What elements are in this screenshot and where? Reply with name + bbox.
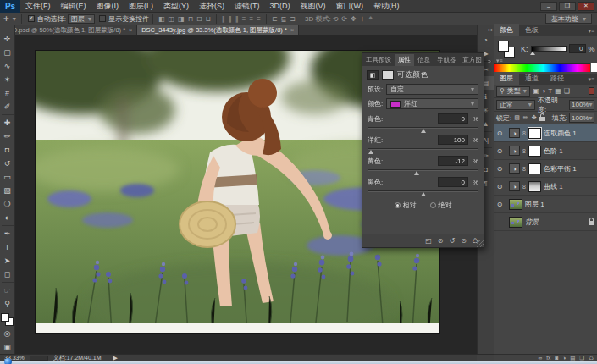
black-slider[interactable] [368,188,478,196]
black-value-field[interactable]: 0 [438,177,468,187]
distribute-bottom-icon[interactable]: ∥ [234,15,240,23]
distribute-right-icon[interactable]: ≡ [255,15,263,23]
visibility-eye-icon[interactable]: ⊙ [494,142,506,160]
align-vcenter-icon[interactable]: ⊟ [195,15,204,23]
panel-menu-icon[interactable]: ▾≡ [585,26,597,36]
adjustment-layer-icon[interactable]: ◑ [509,128,520,138]
layer-mask-thumbnail[interactable] [528,146,541,157]
reset-icon[interactable]: ↺ [449,237,455,245]
workspace-switcher-button[interactable]: 基本功能 ▾ [545,14,592,24]
layer-name[interactable]: 图层 1 [525,200,544,209]
healing-brush-tool[interactable]: ✚ [0,116,15,130]
filter-smart-object-icon[interactable]: ❏ [564,87,570,95]
layer-mask-thumbnail[interactable] [528,163,541,174]
visibility-eye-icon[interactable]: ⊙ [494,124,506,142]
tab-channels[interactable]: 通道 [519,72,544,85]
tab-histogram[interactable]: 直方图 [460,54,486,66]
align-top-icon[interactable]: ⊓ [186,15,195,23]
3d-scale-icon[interactable]: ⌖ [367,14,374,23]
document-tab-psd[interactable]: PSD.psd @ 50%(选取颜色 1, 图层蒙版/8) * × [0,25,137,35]
magenta-slider-thumb[interactable] [368,150,373,154]
visibility-eye-empty[interactable] [494,213,506,231]
layer-row-levels[interactable]: ⊙ ◑ 8 色阶 1 [494,142,597,160]
yellow-slider-thumb[interactable] [414,171,419,175]
collapse-panel-icon[interactable]: » [485,57,494,66]
arrange-icon-2[interactable]: ⊑ [279,15,289,23]
filter-type-layers-icon[interactable]: T [548,87,552,95]
tab-color[interactable]: 颜色 [494,24,519,36]
panel-menu-icon[interactable]: ▾≡ [585,74,597,85]
layer-thumbnail[interactable] [509,199,522,210]
shape-tool[interactable]: ◻ [0,267,15,281]
history-panel-icon[interactable]: ◔ [478,33,495,47]
cyan-slider-thumb[interactable] [421,129,426,133]
layer-mask-thumbnail[interactable] [528,128,541,139]
foreground-color-swatch[interactable] [498,41,509,52]
cyan-slider[interactable] [368,124,478,132]
clone-stamp-tool[interactable]: ◘ [0,143,15,157]
lasso-tool[interactable]: ∿ [0,59,15,73]
adjustment-layer-icon[interactable]: ◑ [509,163,520,174]
filter-pixel-layers-icon[interactable]: ▣ [533,87,539,95]
tool-preset-caret-icon[interactable]: ▾ [11,15,18,23]
3d-drag-icon[interactable]: ✥ [349,15,358,23]
layer-name[interactable]: 选取颜色 1 [544,129,577,138]
lock-position-icon[interactable]: ✥ [531,114,538,121]
layer-thumbnail[interactable] [509,217,522,228]
screen-mode-button[interactable]: ▣ [0,340,15,354]
quick-select-tool[interactable]: ✶ [0,73,15,86]
add-mask-icon[interactable]: ◙ [555,355,558,361]
relative-radio[interactable]: 相对 [395,201,417,210]
show-transform-checkbox[interactable] [99,15,106,22]
layer-name[interactable]: 背景 [525,218,539,227]
visibility-eye-icon[interactable]: ⊙ [494,178,506,196]
panel-menu-icon[interactable]: ▾≡ [494,56,506,66]
hand-tool[interactable]: ☞ [0,284,15,297]
magenta-slider[interactable] [368,146,478,153]
k-value-field[interactable]: 0 [569,44,586,53]
menu-type[interactable]: 类型(Y) [158,0,194,13]
history-brush-tool[interactable]: ↺ [0,157,15,170]
minimize-button[interactable]: – [540,2,557,11]
link-layers-icon[interactable]: ∞ [539,355,543,361]
close-button[interactable]: ✕ [578,2,594,11]
tab-info[interactable]: 信息 [414,54,434,66]
auto-select-dropdown[interactable]: 图层 ▾ [68,14,95,24]
arrange-icon-1[interactable]: ⊏ [270,15,279,23]
visibility-eye-icon[interactable]: ⊙ [494,160,506,178]
restore-button[interactable]: ❐ [559,2,576,11]
adjustment-layer-icon[interactable]: ◑ [509,146,520,156]
eraser-tool[interactable]: ▭ [0,170,15,184]
pen-tool[interactable]: ✒ [0,227,15,240]
yellow-slider[interactable] [368,167,478,174]
distribute-top-icon[interactable]: ∥ [220,15,227,23]
menu-help[interactable]: 帮助(H) [368,0,405,13]
distribute-left-icon[interactable]: ≡ [240,15,248,23]
menu-filter[interactable]: 滤镜(T) [229,0,265,13]
filter-type-dropdown[interactable]: ⚲ 类型 ▾ [496,86,530,97]
arrange-icon-3[interactable]: ⊐ [288,15,297,23]
distribute-hcenter-icon[interactable]: ≡ [248,15,256,23]
gradient-tool[interactable]: ▧ [0,184,15,197]
layer-row-layer1[interactable]: ⊙ 图层 1 [494,196,597,213]
layer-row-selective-color[interactable]: ⊙ ◑ 8 选取颜色 1 [494,124,597,142]
blur-tool[interactable]: ❍ [0,197,15,211]
k-slider[interactable] [531,46,567,52]
brush-tool[interactable]: ✏ [0,130,15,143]
layer-name[interactable]: 曲线 1 [544,182,563,191]
lock-pixels-icon[interactable]: ✏ [522,114,529,121]
menu-file[interactable]: 文件(F) [20,0,56,13]
white-swatch[interactable] [590,63,597,72]
lock-all-icon[interactable] [539,117,545,121]
tab-layers[interactable]: 图层 [494,72,519,85]
document-tab-dsc3443y[interactable]: DSC_3443y.jpg @ 33.3%(选取颜色 1, 图层蒙版/8) * … [137,25,299,35]
menu-3d[interactable]: 3D(D) [265,0,296,13]
new-adjustment-layer-icon[interactable]: ◑ [562,355,566,361]
close-icon[interactable]: × [129,27,132,33]
layer-row-curves[interactable]: ⊙ ◑ 8 曲线 1 [494,178,597,196]
mask-badge-icon[interactable] [382,70,394,80]
align-right-icon[interactable]: ◨ [176,15,186,23]
adjustment-layer-icon[interactable]: ◑ [509,181,520,191]
panel-resize-grip[interactable] [477,240,484,247]
auto-select-checkbox[interactable]: ✓ [28,15,35,22]
